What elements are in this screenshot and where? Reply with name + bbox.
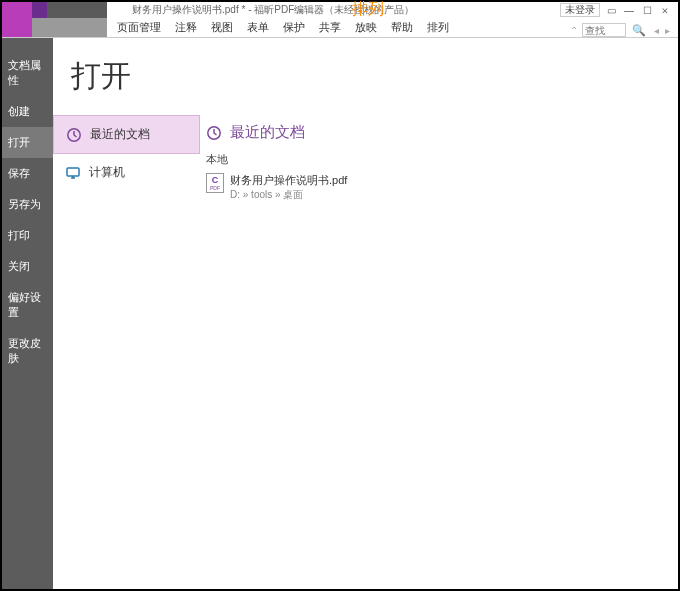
sidebar-item-saveas[interactable]: 另存为 [2,189,53,220]
tab-view[interactable]: 视图 [209,18,235,37]
recent-file-item[interactable]: CPDF 财务用户操作说明书.pdf D: » tools » 桌面 [206,171,678,204]
close-button[interactable]: ⨉ [658,3,672,17]
sidebar-item-skin[interactable]: 更改皮肤 [2,328,53,374]
backstage-main: 打开 最近的文档 计算机 [53,38,678,589]
sidebar-item-save[interactable]: 保存 [2,158,53,189]
file-name: 财务用户操作说明书.pdf [230,173,347,188]
tab-arrange-contextual[interactable]: 排列 [350,0,386,22]
minimize-button[interactable]: — [622,3,636,17]
sidebar-item-preferences[interactable]: 偏好设置 [2,282,53,328]
tab-help[interactable]: 帮助 [389,18,415,37]
tab-share[interactable]: 共享 [317,18,343,37]
search-icon[interactable]: 🔍 [628,24,650,37]
clock-icon [206,125,222,141]
search-input[interactable] [582,23,626,37]
app-logo [2,2,107,18]
source-computer-label: 计算机 [89,164,125,181]
source-recent-label: 最近的文档 [90,126,150,143]
computer-icon [65,165,81,181]
clock-icon [66,127,82,143]
tab-arrange[interactable]: 排列 [425,18,451,37]
ribbon-collapse-icon[interactable]: ⌃ [568,25,580,36]
tab-page-manage[interactable]: 页面管理 [115,18,163,37]
sidebar-item-open[interactable]: 打开 [2,127,53,158]
svg-rect-1 [67,168,79,176]
maximize-button[interactable]: ☐ [640,3,654,17]
search-next-icon[interactable]: ▸ [663,25,672,36]
backstage-sidebar: 文档属性 创建 打开 保存 另存为 打印 关闭 偏好设置 更改皮肤 [2,38,53,589]
source-recent[interactable]: 最近的文档 [53,115,200,154]
pdf-file-icon: CPDF [206,173,224,193]
sidebar-item-print[interactable]: 打印 [2,220,53,251]
source-computer[interactable]: 计算机 [53,154,200,191]
search-prev-icon[interactable]: ◂ [652,25,661,36]
login-status[interactable]: 未登录 [560,3,600,17]
ribbon-display-icon[interactable]: ▭ [604,3,618,17]
sidebar-item-properties[interactable]: 文档属性 [2,50,53,96]
sidebar-item-create[interactable]: 创建 [2,96,53,127]
ribbon: 页面管理 注释 视图 表单 保护 共享 放映 帮助 排列 ⌃ 🔍 ◂ ▸ [2,18,678,38]
local-label: 本地 [206,152,678,167]
sidebar-item-close[interactable]: 关闭 [2,251,53,282]
file-path: D: » tools » 桌面 [230,188,347,202]
file-tab-area[interactable] [2,17,107,37]
section-header: 最近的文档 [230,123,305,142]
tab-comment[interactable]: 注释 [173,18,199,37]
page-title: 打开 [53,56,678,97]
tab-protect[interactable]: 保护 [281,18,307,37]
titlebar: 财务用户操作说明书.pdf * - 福昕PDF编辑器（未经授权的产品） 未登录 … [2,2,678,18]
tab-form[interactable]: 表单 [245,18,271,37]
